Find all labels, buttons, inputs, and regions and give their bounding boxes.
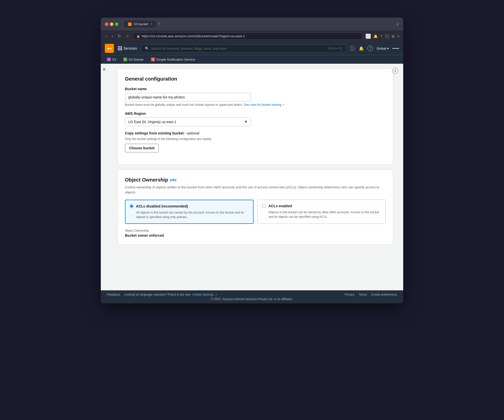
language-text: Looking for language selection? Find it … bbox=[124, 293, 191, 296]
ownership-result: Object Ownership Bucket owner enforced bbox=[125, 229, 386, 237]
external-link-icon2: ↗ bbox=[215, 293, 217, 296]
global-button[interactable]: Global ▾ bbox=[376, 47, 389, 50]
ownership-result-label: Object Ownership bbox=[125, 229, 386, 232]
s3-badge: S3 bbox=[107, 57, 111, 61]
address-bar[interactable]: 🔒 https://s3.console.aws.amazon.com/s3/b… bbox=[133, 32, 363, 40]
sns-badge: S bbox=[151, 57, 155, 61]
notifications-button[interactable]: 🔔 bbox=[373, 34, 378, 38]
support-button[interactable]: ? bbox=[367, 46, 373, 51]
feedback-link[interactable]: Feedback bbox=[107, 293, 120, 296]
terms-link[interactable]: Terms bbox=[359, 293, 367, 296]
page-info-button[interactable]: ℹ bbox=[392, 68, 398, 74]
aws-footer: Feedback Looking for language selection?… bbox=[101, 290, 403, 303]
unified-settings-link[interactable]: Unified Settings bbox=[193, 293, 214, 296]
bucket-name-label: Bucket name bbox=[125, 87, 386, 91]
sns-label: Simple Notification Service bbox=[156, 58, 195, 61]
aws-favorites-bar: S3 S3 G S3 Glacier S Simple Notification… bbox=[101, 55, 403, 64]
account-dots-button[interactable]: •••••• bbox=[392, 47, 399, 50]
acls-disabled-card[interactable]: ACLs disabled (recommended) All objects … bbox=[125, 200, 254, 224]
copy-settings-desc: Only the bucket settings in the followin… bbox=[125, 137, 386, 141]
maximize-dot[interactable] bbox=[115, 22, 118, 26]
browser-navbar: ‹ › ↻ ☆ 🔒 https://s3.console.aws.amazon.… bbox=[101, 30, 403, 42]
footer-language-text: Looking for language selection? Find it … bbox=[124, 293, 217, 296]
url-text: https://s3.console.aws.amazon.com/s3/buc… bbox=[142, 34, 245, 38]
region-select[interactable]: US East (N. Virginia) us-east-1 bbox=[125, 118, 251, 126]
close-dot[interactable] bbox=[105, 22, 108, 26]
privacy-link[interactable]: Privacy bbox=[345, 293, 355, 296]
aws-logo-icon: aws bbox=[105, 44, 114, 53]
acls-disabled-desc: All objects in this bucket are owned by … bbox=[136, 210, 249, 219]
browser-tabs: S3 bucket ✕ + bbox=[124, 21, 394, 27]
bucket-hint-text: Bucket name must be globally unique and … bbox=[125, 103, 243, 107]
footer-left: Feedback Looking for language selection?… bbox=[107, 293, 217, 296]
menu-button[interactable]: ≡ bbox=[397, 34, 399, 38]
search-input[interactable] bbox=[151, 47, 326, 50]
aws-region-group: AWS Region US East (N. Virginia) us-east… bbox=[125, 112, 386, 126]
bucket-name-input[interactable] bbox=[125, 93, 251, 101]
window-controls bbox=[105, 22, 118, 26]
favorites-s3[interactable]: S3 S3 bbox=[105, 57, 118, 62]
aws-logo[interactable]: aws bbox=[105, 44, 114, 53]
services-menu-button[interactable]: Services bbox=[118, 46, 137, 50]
aws-region-label: AWS Region bbox=[125, 112, 386, 116]
grid-icon bbox=[118, 46, 122, 50]
copy-settings-optional: optional bbox=[187, 131, 199, 135]
region-select-wrapper: US East (N. Virginia) us-east-1 ▼ bbox=[125, 118, 251, 126]
choose-bucket-button[interactable]: Choose bucket bbox=[125, 144, 159, 152]
reload-button[interactable]: ↻ bbox=[117, 33, 122, 40]
search-icon: 🔍 bbox=[145, 47, 149, 50]
copy-settings-group: Copy settings from existing bucket - opt… bbox=[125, 131, 386, 152]
aws-search-bar[interactable]: 🔍 [Option+S] bbox=[141, 45, 346, 52]
favorites-glacier[interactable]: G S3 Glacier bbox=[121, 57, 146, 62]
general-config-section: General configuration Bucket name Bucket… bbox=[118, 69, 393, 165]
back-button[interactable]: ‹ bbox=[105, 33, 108, 40]
tab-favicon bbox=[128, 22, 132, 26]
tab-close-icon[interactable]: ✕ bbox=[150, 22, 152, 26]
glacier-badge: G bbox=[123, 57, 127, 61]
aws-header: aws Services 🔍 [Option+S] ⬛ 🔔 ? Global ▾… bbox=[101, 42, 403, 55]
help-button[interactable]: ? bbox=[380, 34, 382, 38]
lock-icon: 🔒 bbox=[136, 34, 140, 38]
main-content: ≡ ℹ General configuration Bucket name Bu… bbox=[101, 64, 403, 290]
object-ownership-title: Object Ownership bbox=[125, 177, 168, 183]
window-expand-icon[interactable]: ∨ bbox=[396, 21, 399, 27]
favorites-sns[interactable]: S Simple Notification Service bbox=[149, 57, 197, 62]
object-ownership-info-link[interactable]: Info bbox=[170, 178, 177, 182]
s3-label: S3 bbox=[112, 58, 116, 61]
sidebar-menu-button[interactable]: ≡ bbox=[101, 64, 108, 290]
acls-enabled-desc: Objects in this bucket can be owned by o… bbox=[268, 210, 382, 219]
ownership-title-row: Object Ownership Info bbox=[125, 177, 386, 183]
bucket-naming-rules-link[interactable]: See rules for bucket naming bbox=[244, 103, 281, 107]
bucket-name-hint: Bucket name must be globally unique and … bbox=[125, 103, 386, 107]
terminal-button[interactable]: ⬛ bbox=[350, 46, 355, 51]
external-link-icon: ↗ bbox=[282, 103, 284, 106]
acl-options: ACLs disabled (recommended) All objects … bbox=[125, 200, 386, 224]
acls-enabled-radio[interactable] bbox=[262, 204, 266, 208]
acls-disabled-radio[interactable] bbox=[130, 204, 134, 208]
object-ownership-desc: Control ownership of objects written to … bbox=[125, 185, 386, 195]
tab-manager-button[interactable]: ⊞ bbox=[392, 34, 395, 38]
general-config-title: General configuration bbox=[125, 76, 386, 82]
glacier-label: S3 Glacier bbox=[129, 58, 144, 61]
bucket-name-group: Bucket name Bucket name must be globally… bbox=[125, 87, 386, 107]
acls-enabled-label: ACLs enabled bbox=[268, 204, 292, 208]
hamburger-icon: ≡ bbox=[103, 67, 106, 72]
object-ownership-section: Object Ownership Info Control ownership … bbox=[118, 170, 393, 245]
forward-button[interactable]: › bbox=[111, 33, 114, 40]
copy-settings-label: Copy settings from existing bucket - bbox=[125, 131, 186, 135]
footer-top: Feedback Looking for language selection?… bbox=[101, 290, 403, 297]
aws-header-actions: ⬛ 🔔 ? Global ▾ •••••• bbox=[350, 46, 399, 51]
acls-enabled-card[interactable]: ACLs enabled Objects in this bucket can … bbox=[258, 200, 386, 224]
sidebar-button[interactable]: ⬛ bbox=[385, 34, 389, 38]
extensions-button[interactable]: ⬜ bbox=[365, 33, 371, 39]
cookie-preferences-link[interactable]: Cookie preferences bbox=[371, 293, 397, 296]
acls-disabled-label: ACLs disabled (recommended) bbox=[136, 204, 188, 208]
bell-button[interactable]: 🔔 bbox=[359, 46, 364, 51]
minimize-dot[interactable] bbox=[110, 22, 113, 26]
footer-bottom: © 2022, Amazon Internet Services Private… bbox=[101, 297, 403, 303]
search-shortcut: [Option+S] bbox=[328, 47, 342, 50]
services-label: Services bbox=[123, 46, 137, 50]
active-tab[interactable]: S3 bucket ✕ bbox=[124, 21, 156, 27]
new-tab-button[interactable]: + bbox=[158, 21, 161, 27]
bookmark-button[interactable]: ☆ bbox=[124, 33, 130, 40]
